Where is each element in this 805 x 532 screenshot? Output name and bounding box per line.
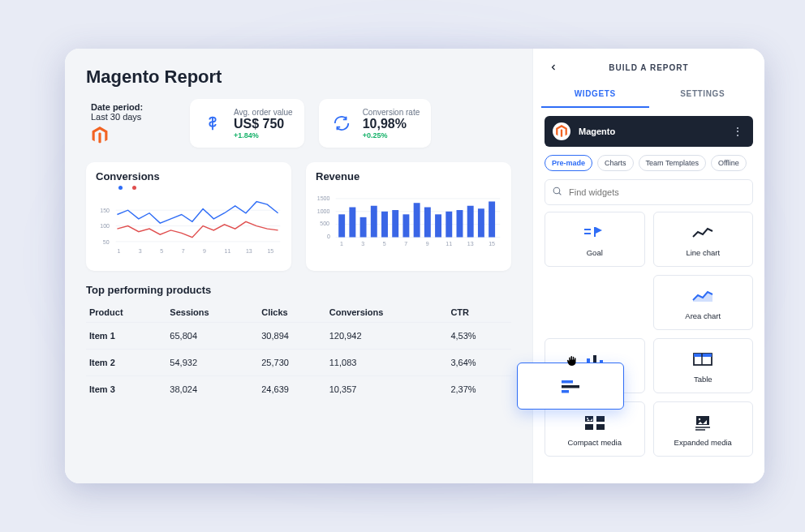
report-canvas: Magento Report Date period: Last 30 days… (65, 49, 532, 483)
widget-grid: Goal Line chart Area chart Co (533, 212, 764, 468)
svg-rect-25 (371, 206, 377, 238)
svg-text:1: 1 (117, 248, 120, 254)
table-icon (692, 349, 713, 370)
back-button[interactable] (545, 58, 562, 76)
widget-expanded-media[interactable]: Expanded media (653, 401, 754, 457)
search-input[interactable] (569, 187, 746, 197)
svg-text:3: 3 (361, 241, 364, 247)
pill-charts[interactable]: Charts (597, 155, 634, 171)
report-title: Magento Report (86, 66, 511, 88)
cell-clicks: 25,730 (258, 350, 326, 376)
cell-conversions: 10,357 (326, 376, 448, 403)
kpi-value: 10,98% (363, 117, 420, 131)
pill-team-templates[interactable]: Team Templates (639, 155, 706, 171)
svg-rect-58 (585, 424, 593, 430)
svg-text:3: 3 (139, 248, 142, 254)
goal-icon (583, 222, 607, 243)
svg-rect-28 (402, 214, 409, 237)
col-product[interactable]: Product (86, 302, 166, 323)
report-builder-app: Magento Report Date period: Last 30 days… (65, 49, 764, 483)
widget-label: Compact media (567, 438, 622, 447)
svg-rect-61 (696, 416, 709, 425)
svg-rect-66 (562, 385, 579, 388)
kpi-card-conversion-rate[interactable]: Conversion rate 10,98% +0.25% (319, 99, 432, 148)
svg-text:50: 50 (103, 239, 110, 245)
svg-text:1500: 1500 (317, 195, 330, 201)
area-chart-icon (691, 285, 714, 307)
col-conversions[interactable]: Conversions (326, 302, 448, 323)
kpi-card-avg-order[interactable]: Avg. order value US$ 750 +1.84% (190, 99, 304, 148)
pill-offline[interactable]: Offline (711, 155, 747, 171)
widget-area-chart[interactable]: Area chart (653, 275, 754, 330)
more-options-icon[interactable]: ⋮ (732, 125, 745, 138)
filter-pills: Pre-made Charts Team Templates Offline (533, 155, 764, 171)
kpi-delta: +0.25% (363, 131, 420, 139)
svg-rect-59 (596, 424, 605, 430)
chart-title: Conversions (96, 170, 282, 182)
widget-label: Line chart (686, 248, 720, 257)
table-row[interactable]: Item 1 65,804 30,894 120,942 4,53% (86, 323, 511, 350)
cell-sessions: 65,804 (166, 323, 258, 350)
svg-rect-36 (489, 201, 495, 237)
svg-rect-29 (414, 203, 420, 237)
cell-sessions: 54,932 (166, 350, 258, 376)
svg-rect-35 (478, 208, 484, 237)
cell-clicks: 30,894 (258, 323, 326, 350)
panel-title: BUILD A REPORT (562, 63, 735, 72)
svg-rect-23 (349, 208, 355, 238)
svg-text:15: 15 (267, 248, 273, 254)
dragging-widget-bar-chart[interactable] (517, 363, 624, 410)
compact-media-icon (583, 412, 606, 433)
svg-rect-24 (360, 217, 367, 238)
chart-title: Revenue (316, 170, 502, 182)
tab-settings[interactable]: SETTINGS (649, 81, 757, 108)
cell-product: Item 3 (86, 376, 166, 403)
cell-ctr: 3,64% (447, 350, 511, 376)
kpi-label: Avg. order value (234, 108, 293, 117)
svg-text:15: 15 (489, 241, 495, 247)
svg-text:1000: 1000 (317, 208, 330, 214)
platform-card[interactable]: Magento ⋮ (545, 116, 753, 147)
svg-text:9: 9 (203, 248, 206, 254)
table-row[interactable]: Item 3 38,024 24,639 10,357 2,37% (86, 376, 511, 403)
svg-rect-30 (424, 208, 431, 238)
date-period-value: Last 30 days (91, 112, 170, 122)
col-ctr[interactable]: CTR (447, 302, 511, 323)
conversions-line-chart: 150 100 50 1 3 5 7 9 11 13 15 (96, 193, 282, 266)
svg-text:500: 500 (320, 221, 329, 226)
grab-cursor-icon (565, 354, 579, 368)
svg-point-60 (587, 418, 588, 419)
cell-clicks: 24,639 (258, 376, 326, 403)
widget-goal[interactable]: Goal (545, 212, 645, 267)
widget-line-chart[interactable]: Line chart (653, 212, 754, 267)
cell-ctr: 2,37% (447, 376, 511, 403)
col-clicks[interactable]: Clicks (258, 302, 326, 323)
builder-panel: BUILD A REPORT WIDGETS SETTINGS Magento … (532, 49, 764, 483)
cell-product: Item 2 (86, 350, 166, 376)
svg-text:7: 7 (404, 241, 407, 247)
widget-table[interactable]: Table (653, 338, 754, 393)
table-row[interactable]: Item 2 54,932 25,730 11,083 3,64% (86, 350, 511, 376)
svg-text:11: 11 (225, 248, 231, 254)
svg-text:13: 13 (246, 248, 252, 254)
widget-label: Goal (587, 248, 603, 257)
cell-ctr: 4,53% (447, 323, 511, 350)
svg-rect-26 (381, 212, 388, 238)
conversions-chart-card[interactable]: Conversions 150 100 50 1 3 5 7 (86, 162, 291, 271)
svg-rect-54 (694, 354, 712, 357)
widget-search[interactable] (545, 179, 753, 205)
svg-text:5: 5 (160, 248, 163, 254)
cell-conversions: 11,083 (326, 350, 448, 376)
chevron-left-icon (549, 62, 558, 72)
svg-rect-27 (392, 210, 398, 237)
horizontal-bar-icon (558, 378, 583, 394)
platform-name: Magento (579, 127, 615, 136)
tab-widgets[interactable]: WIDGETS (541, 81, 649, 108)
widget-compact-media[interactable]: Compact media (545, 401, 645, 457)
revenue-chart-card[interactable]: Revenue 1500 1000 500 0 (306, 162, 511, 271)
col-sessions[interactable]: Sessions (166, 302, 258, 323)
svg-rect-65 (562, 380, 573, 384)
svg-text:100: 100 (100, 223, 110, 229)
expanded-media-icon (692, 412, 713, 433)
pill-premade[interactable]: Pre-made (545, 155, 592, 171)
